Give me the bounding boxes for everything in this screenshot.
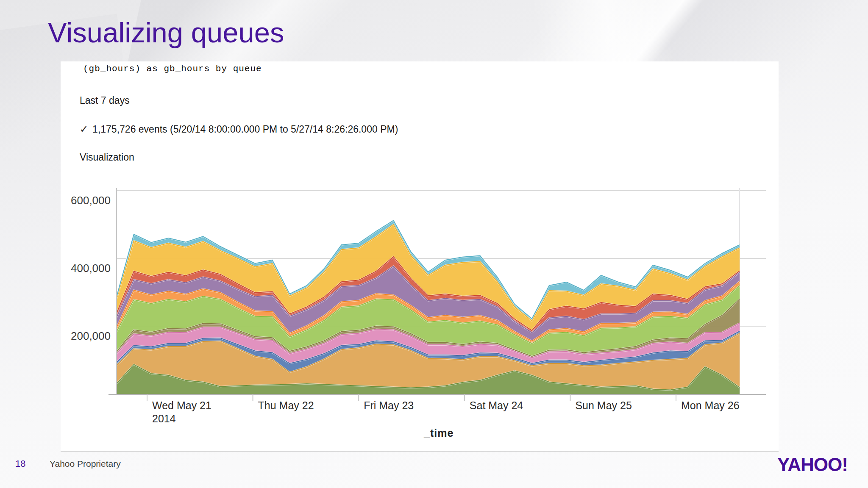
x-axis-tick-label: Wed May 212014 (152, 399, 211, 425)
slide: Visualizing queues (gb_hours) as gb_hour… (0, 0, 868, 488)
yahoo-logo: YAHOO! (777, 454, 848, 476)
x-axis-tick-label: Fri May 23 (364, 399, 414, 412)
y-axis-tick-label: 200,000 (39, 330, 111, 343)
x-axis-tick-label: Thu May 22 (258, 399, 314, 412)
y-axis-tick-label: 400,000 (39, 262, 111, 275)
stacked-area-chart: 200,000400,000600,000Wed May 212014Thu M… (0, 0, 868, 488)
x-axis-tick-label: Mon May 26 (681, 399, 740, 412)
page-number: 18 (15, 458, 25, 469)
x-axis-title: _time (424, 427, 453, 439)
footer-proprietary-label: Yahoo Proprietary (50, 459, 121, 469)
x-axis-tick-label: Sun May 25 (575, 399, 632, 412)
x-axis-tick-label: Sat May 24 (470, 399, 523, 412)
y-axis-tick-label: 600,000 (39, 194, 111, 207)
stacked-area-chart-svg (0, 0, 868, 488)
x-axis-tick-sublabel: 2014 (152, 412, 211, 425)
